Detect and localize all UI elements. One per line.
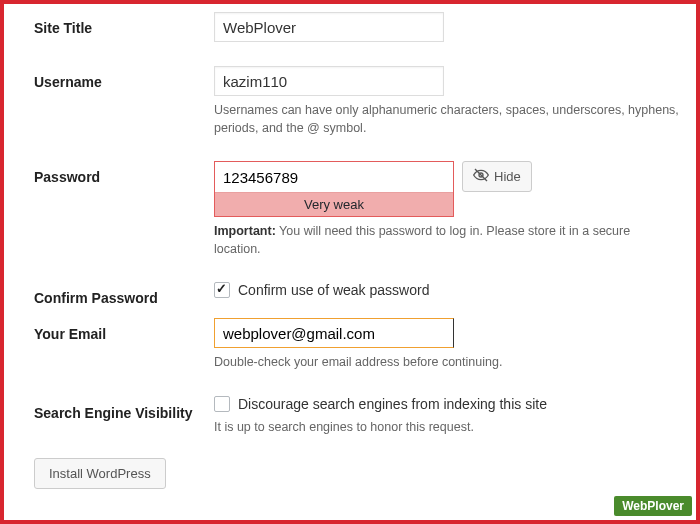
sev-label: Search Engine Visibility [34,396,214,422]
username-input[interactable] [214,66,444,96]
eye-slash-icon [473,167,489,186]
install-wordpress-button[interactable]: Install WordPress [34,458,166,489]
password-strength-indicator: Very weak [215,192,453,216]
sev-discourage-text: Discourage search engines from indexing … [238,396,547,412]
confirm-weak-password-checkbox[interactable] [214,282,230,298]
email-help: Double-check your email address before c… [214,354,680,372]
username-label: Username [34,66,214,90]
hide-button-label: Hide [494,169,521,184]
hide-password-button[interactable]: Hide [462,161,532,192]
email-label: Your Email [34,318,214,342]
site-title-input[interactable] [214,12,444,42]
password-input[interactable] [215,162,453,192]
confirm-weak-password-label[interactable]: Confirm use of weak password [214,282,429,298]
username-help: Usernames can have only alphanumeric cha… [214,102,680,137]
confirm-weak-password-text: Confirm use of weak password [238,282,429,298]
email-input[interactable] [214,318,454,348]
watermark-badge: WebPlover [614,496,692,516]
sev-discourage-checkbox[interactable] [214,396,230,412]
password-important-note: Important: You will need this password t… [214,223,680,258]
sev-help: It is up to search engines to honor this… [214,419,680,437]
sev-discourage-label[interactable]: Discourage search engines from indexing … [214,396,547,412]
password-label: Password [34,161,214,185]
site-title-label: Site Title [34,12,214,36]
confirm-password-label: Confirm Password [34,282,214,306]
